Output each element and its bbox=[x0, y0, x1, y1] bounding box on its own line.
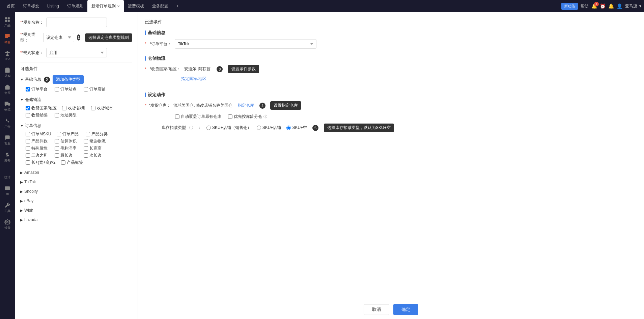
notification-bell-icon[interactable]: 🔔1 bbox=[591, 3, 597, 9]
checkbox-province[interactable]: 收货省/州 bbox=[62, 105, 86, 111]
set-action-header: 设定动作 bbox=[145, 92, 637, 98]
warehouse-section-header: 仓储物流 bbox=[145, 55, 637, 61]
nav-listing[interactable]: Listing bbox=[43, 0, 63, 12]
sidebar-item-tools[interactable]: 工具 bbox=[0, 199, 15, 216]
radio-sku-shop[interactable]: SKU+店铺 bbox=[257, 125, 281, 131]
checkbox-order-site[interactable]: 订单站点 bbox=[55, 86, 78, 92]
rule-status-row: **规则状态： 启用 禁用 bbox=[20, 48, 132, 57]
nav-home[interactable]: 首页 bbox=[3, 0, 19, 12]
user-dropdown[interactable]: 亚马逊 ▾ bbox=[625, 3, 641, 9]
checkbox-city[interactable]: 收货城市 bbox=[91, 105, 115, 111]
radio-sku-shop-sales[interactable]: SKU+店铺（销售仓） bbox=[206, 125, 251, 131]
sidebar-item-settings[interactable]: 设置 bbox=[0, 216, 15, 233]
checkbox-country[interactable]: 收货国家/地区 bbox=[26, 105, 57, 111]
checkbox-estimated-volume[interactable]: 估算体积 bbox=[55, 138, 78, 144]
sidebar-item-finance[interactable]: 财务 bbox=[0, 149, 15, 165]
checkbox-special-attr[interactable]: 特殊属性 bbox=[26, 145, 49, 151]
nav-new-rule[interactable]: 新增订单规则 ✕ bbox=[87, 0, 124, 12]
nav-business-config[interactable]: 业务配置 bbox=[148, 0, 172, 12]
add-condition-button[interactable]: 添加条件类型 bbox=[53, 75, 84, 84]
checkbox-product-tag[interactable]: 产品标签 bbox=[61, 160, 85, 165]
rule-type-select[interactable]: 设定仓库 bbox=[43, 33, 74, 42]
checkbox-product-category[interactable]: 产品分类 bbox=[86, 131, 109, 137]
nav-order-rules[interactable]: 订单规则 bbox=[63, 0, 87, 12]
sidebar-item-purchase[interactable]: 采购 bbox=[0, 64, 15, 81]
collapsed-group-ebay[interactable]: ▶ eBay bbox=[20, 198, 132, 203]
top-nav: 首页 订单标发 Listing 订单规则 新增订单规则 ✕ 运费模板 业务配置 … bbox=[0, 0, 644, 12]
checkbox-postal[interactable]: 收货邮编 bbox=[26, 112, 49, 118]
condition-group-basic: ▼ 基础信息 2 添加条件类型 订单平台 订单站点 订单店铺 bbox=[20, 75, 132, 92]
help-button[interactable]: 帮助 bbox=[581, 3, 589, 9]
user-label: 亚马逊 bbox=[625, 3, 637, 9]
checkbox-order-shop[interactable]: 订单店铺 bbox=[84, 86, 107, 92]
confirm-button[interactable]: 确定 bbox=[393, 304, 418, 315]
arrow-down-icon-2: ▼ bbox=[20, 98, 24, 102]
sidebar-item-ad[interactable]: 广告 bbox=[0, 115, 15, 132]
svg-rect-13 bbox=[5, 186, 10, 190]
nav-shipping-template[interactable]: 运费模板 bbox=[124, 0, 148, 12]
sidebar-item-sales[interactable]: 销售 bbox=[0, 30, 15, 47]
arrow-right-icon-amazon: ▶ bbox=[20, 171, 23, 175]
priority-checkbox[interactable]: 优先按库龄分仓 ⓘ bbox=[228, 114, 267, 119]
collapsed-group-lazada[interactable]: ▶ Lazada bbox=[20, 217, 132, 222]
checkbox-order-platform[interactable]: 订单平台 bbox=[26, 86, 49, 92]
inventory-deduct-info-icon[interactable]: ⓘ bbox=[189, 125, 193, 130]
checkbox-three-sum[interactable]: 三边之和 bbox=[26, 153, 49, 158]
checkbox-second-longest[interactable]: 次长边 bbox=[84, 153, 107, 158]
radio-sku-empty[interactable]: SKU+空 bbox=[286, 125, 307, 131]
collapsed-group-shopify[interactable]: ▶ Shopify bbox=[20, 189, 132, 194]
arrow-down-icon-3: ▼ bbox=[20, 124, 24, 128]
checkbox-order-product[interactable]: 订单产品 bbox=[57, 131, 80, 137]
warehouse-logistics-group-label: 仓储物流 bbox=[25, 97, 41, 103]
alert-icon[interactable]: 🔔 bbox=[608, 3, 614, 9]
sidebar-item-bi[interactable]: BI bbox=[0, 182, 15, 199]
checkbox-address-type[interactable]: 地址类型 bbox=[55, 112, 78, 118]
nav-add[interactable]: + bbox=[172, 0, 183, 12]
collapsed-group-tiktok[interactable]: ▶ TikTok bbox=[20, 180, 132, 184]
arrow-right-icon-lazada: ▶ bbox=[20, 218, 23, 222]
inventory-deduct-label: 库存扣减类型 bbox=[162, 125, 186, 131]
clock-icon[interactable]: ⏰ bbox=[600, 3, 606, 9]
order-platform-select[interactable]: TikTok bbox=[175, 39, 316, 49]
sidebar-label-stats: 统计 bbox=[4, 175, 10, 180]
specify-country-row: 指定国家/地区 bbox=[145, 76, 637, 82]
checkbox-longest-side[interactable]: 最长边 bbox=[55, 153, 78, 158]
sidebar-label-fba: FBA bbox=[4, 57, 10, 61]
checkbox-lwh[interactable]: 长宽高 bbox=[84, 145, 107, 151]
user-avatar[interactable]: 👤 bbox=[617, 3, 622, 9]
specify-warehouse-link[interactable]: 指定仓库 bbox=[238, 103, 254, 108]
checkbox-product-count[interactable]: 产品件数 bbox=[26, 138, 49, 144]
specify-country-link[interactable]: 指定国家/地区 bbox=[181, 76, 206, 81]
sidebar-item-logistics[interactable]: 物流 bbox=[0, 98, 15, 115]
guide-tooltip-3: 设置条件参数 bbox=[228, 65, 259, 73]
cancel-button[interactable]: 取消 bbox=[364, 304, 389, 315]
rule-name-input[interactable] bbox=[46, 18, 107, 27]
sidebar-item-product[interactable]: 产品 bbox=[0, 14, 15, 30]
close-tab-icon[interactable]: ✕ bbox=[117, 4, 120, 8]
section-bar-action bbox=[145, 92, 146, 97]
checkbox-gross-profit[interactable]: 毛利润率 bbox=[55, 145, 78, 151]
order-info-checkboxes: 订单MSKU 订单产品 产品分类 产品件数 估算体积 奢选物流 特殊属性 毛利润… bbox=[20, 131, 132, 165]
priority-info-icon[interactable]: ⓘ bbox=[263, 114, 267, 119]
sidebar-item-stats[interactable]: 统计 bbox=[0, 165, 15, 182]
rule-status-select[interactable]: 启用 禁用 bbox=[46, 48, 107, 57]
sidebar-item-fba[interactable]: FBA bbox=[0, 47, 15, 64]
step-badge-5: 5 bbox=[312, 125, 318, 131]
svg-rect-0 bbox=[5, 17, 7, 19]
sidebar-item-warehouse[interactable]: 仓库 bbox=[0, 81, 15, 98]
nav-order-label[interactable]: 订单标发 bbox=[19, 0, 43, 12]
arrow-right-icon-tiktok: ▶ bbox=[20, 180, 23, 184]
guide-tooltip-4: 设置指定仓库 bbox=[270, 101, 301, 110]
collapsed-group-wish[interactable]: ▶ Wish bbox=[20, 208, 132, 213]
new-feature-button[interactable]: 新功能 bbox=[561, 3, 578, 10]
checkbox-formula[interactable]: 长+(宽+高)×2 bbox=[26, 160, 56, 165]
checkbox-luxury-logistics[interactable]: 奢选物流 bbox=[84, 138, 107, 144]
checkbox-msku[interactable]: 订单MSKU bbox=[26, 131, 51, 137]
basic-info-group-label: 基础信息 bbox=[25, 77, 41, 82]
svg-rect-1 bbox=[8, 17, 10, 19]
collapsed-group-amazon[interactable]: ▶ Amazon bbox=[20, 170, 132, 175]
guide-tooltip-1: 选择设定仓库类型规则 bbox=[85, 33, 132, 42]
sidebar-item-customer[interactable]: 客服 bbox=[0, 132, 15, 149]
basic-info-section: 基础信息 * *订单平台： TikTok bbox=[145, 30, 637, 49]
auto-reset-checkbox[interactable]: 自动覆盖订单原有仓库 bbox=[175, 114, 221, 119]
